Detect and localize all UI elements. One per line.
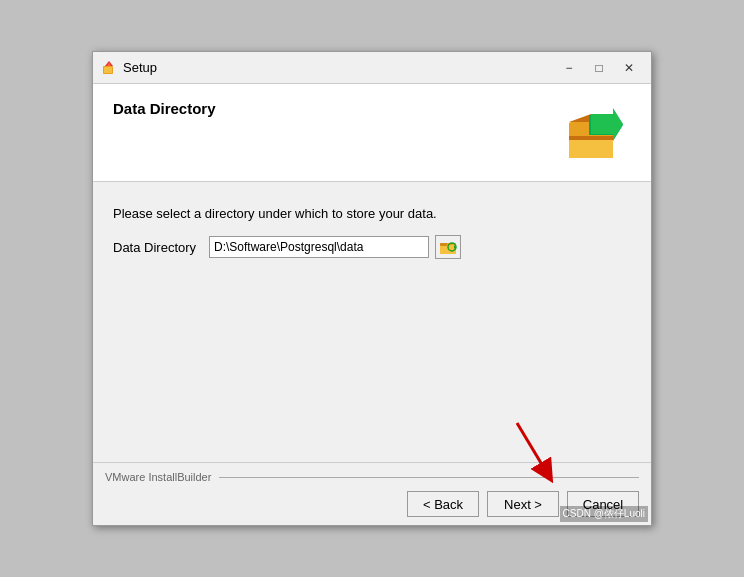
header-icon [561, 100, 631, 165]
svg-rect-7 [569, 138, 613, 158]
svg-rect-1 [104, 67, 112, 73]
titlebar-title: Setup [123, 60, 157, 75]
directory-label: Data Directory [113, 240, 203, 255]
titlebar-left: Setup [101, 60, 157, 76]
footer-brand: VMware InstallBuilder [105, 471, 639, 483]
next-button[interactable]: Next > [487, 491, 559, 517]
footer: VMware InstallBuilder < Back Next > Canc… [93, 462, 651, 525]
svg-rect-8 [569, 136, 613, 140]
svg-marker-5 [569, 114, 591, 122]
back-button[interactable]: < Back [407, 491, 479, 517]
header-title: Data Directory [113, 100, 216, 117]
content-area: Please select a directory under which to… [93, 182, 651, 462]
footer-brand-line [219, 477, 639, 478]
restore-button[interactable]: □ [585, 58, 613, 78]
minimize-button[interactable]: − [555, 58, 583, 78]
titlebar-controls: − □ ✕ [555, 58, 643, 78]
browse-button[interactable] [435, 235, 461, 259]
directory-field-row: Data Directory [113, 235, 631, 259]
folder-icon [439, 238, 457, 256]
directory-input[interactable] [209, 236, 429, 258]
description-text: Please select a directory under which to… [113, 206, 631, 221]
setup-window: Setup − □ ✕ Data Directory [92, 51, 652, 526]
header-section: Data Directory [93, 84, 651, 182]
close-button[interactable]: ✕ [615, 58, 643, 78]
footer-buttons: < Back Next > Cancel [105, 491, 639, 517]
cancel-button[interactable]: Cancel [567, 491, 639, 517]
svg-rect-14 [440, 243, 447, 246]
titlebar: Setup − □ ✕ [93, 52, 651, 84]
setup-icon [101, 60, 117, 76]
